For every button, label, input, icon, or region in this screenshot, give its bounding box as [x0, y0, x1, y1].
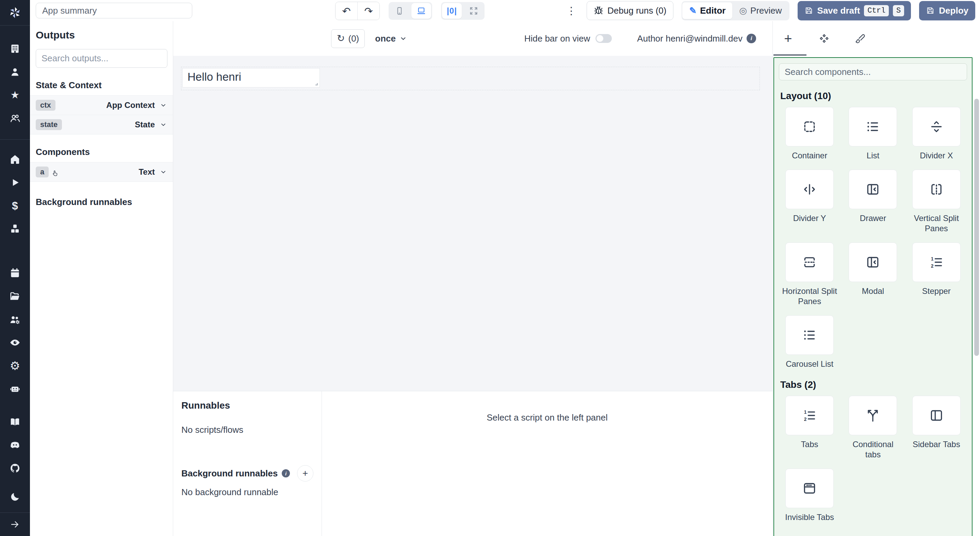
outputs-search-input[interactable]: [36, 49, 167, 68]
divider-x-card[interactable]: [912, 107, 961, 147]
dark-mode-moon-icon[interactable]: [0, 485, 30, 509]
svg-text:1: 1: [804, 410, 807, 415]
variables-dollar-icon[interactable]: $: [0, 194, 30, 217]
runnables-title: Runnables: [181, 400, 313, 411]
undo-button[interactable]: ↶: [336, 2, 357, 20]
output-row-state[interactable]: state State: [30, 115, 173, 134]
stepper-icon: 12: [929, 255, 944, 270]
home-icon[interactable]: [0, 148, 30, 171]
output-row-ctx[interactable]: ctx App Context: [30, 95, 173, 115]
deploy-button[interactable]: Deploy: [919, 1, 975, 21]
component-cell-sidebar-tabs: Sidebar Tabs: [906, 396, 967, 460]
component-label: List: [867, 150, 879, 161]
tab-insert-component[interactable]: +: [780, 21, 797, 56]
workspace-icon[interactable]: [0, 37, 30, 60]
sidebar-tabs-card[interactable]: [912, 396, 961, 435]
more-menu-kebab-icon[interactable]: ⋮: [564, 5, 579, 17]
editor-label: Editor: [700, 5, 725, 16]
components-search-input[interactable]: [779, 63, 967, 80]
schedules-calendar-icon[interactable]: [0, 262, 30, 285]
info-icon[interactable]: i: [282, 469, 290, 477]
component-cell-divider-y: Divider Y: [779, 169, 840, 234]
workers-icon[interactable]: [0, 308, 30, 331]
mobile-view-button[interactable]: [388, 2, 410, 20]
fullwidth-button[interactable]: [463, 2, 485, 20]
center-content-button[interactable]: |0|: [442, 3, 462, 19]
resize-handle-icon[interactable]: [313, 81, 318, 86]
list-icon: [865, 119, 880, 134]
docs-book-icon[interactable]: [0, 410, 30, 434]
carousel-list-icon: [802, 328, 817, 343]
user-icon[interactable]: [0, 60, 30, 83]
tab-editor[interactable]: ✎ Editor: [682, 2, 732, 19]
app-canvas: Hello henri: [173, 56, 772, 391]
tab-preview[interactable]: ◎ Preview: [732, 2, 788, 19]
refresh-icon: ↻: [337, 34, 345, 43]
expand-icon: [469, 6, 479, 16]
list-card[interactable]: [849, 107, 897, 147]
info-icon[interactable]: i: [746, 34, 756, 43]
conditional-tabs-icon: [865, 408, 880, 423]
conditional-tabs-card[interactable]: [849, 396, 897, 435]
users-group-icon[interactable]: [0, 107, 30, 130]
collapse-arrow-icon[interactable]: [0, 513, 30, 536]
hide-bar-toggle[interactable]: [595, 34, 612, 43]
drawer-card[interactable]: [849, 169, 897, 209]
windmill-logo-icon[interactable]: [0, 0, 30, 25]
invisible-tabs-card[interactable]: [785, 469, 834, 508]
discord-icon[interactable]: [0, 434, 30, 457]
tabs-components-grid: 12 Tabs Conditional tabs Sidebar Tabs: [779, 396, 967, 522]
debug-runs-label: Debug runs (0): [608, 5, 666, 16]
preview-target-icon: ◎: [739, 5, 747, 16]
component-label: Drawer: [860, 213, 886, 223]
run-mode-label: once: [375, 34, 396, 44]
stepper-card[interactable]: 12: [912, 242, 961, 282]
save-draft-label: Save draft: [817, 5, 860, 16]
app-summary-input[interactable]: [36, 3, 192, 18]
run-mode-dropdown[interactable]: once: [375, 34, 407, 44]
refresh-button[interactable]: ↻ (0): [331, 29, 365, 48]
github-icon[interactable]: [0, 457, 30, 480]
component-label: Conditional tabs: [844, 439, 902, 460]
carousel-list-card[interactable]: [785, 315, 834, 355]
redo-button[interactable]: ↷: [357, 2, 379, 20]
no-background-label: No background runnable: [181, 487, 313, 498]
component-label: Stepper: [922, 286, 951, 296]
center-align-icon: |0|: [447, 6, 457, 16]
text-component[interactable]: Hello henri: [182, 68, 320, 88]
runnable-detail-area: Select a script on the left panel: [322, 391, 772, 536]
resources-cubes-icon[interactable]: [0, 217, 30, 241]
settings-gear-icon[interactable]: ⚙: [0, 354, 30, 377]
tab-component-settings[interactable]: [816, 21, 833, 56]
vertical-split-card[interactable]: [912, 169, 961, 209]
tabs-card[interactable]: 12: [785, 396, 834, 435]
runs-play-icon[interactable]: [0, 171, 30, 194]
kbd-s: S: [893, 5, 904, 16]
plus-icon: +: [784, 32, 792, 45]
desktop-view-button[interactable]: [411, 3, 431, 19]
divider-y-icon: [802, 182, 817, 197]
save-draft-button[interactable]: Save draft Ctrl S: [798, 1, 911, 21]
favorites-star-icon[interactable]: ★: [0, 83, 30, 107]
component-label: Horizontal Split Panes: [781, 286, 838, 306]
add-background-runnable-button[interactable]: +: [297, 465, 313, 482]
background-runnables-header: Background runnables: [36, 197, 167, 207]
output-row-a[interactable]: a Text: [30, 162, 173, 182]
save-icon: [804, 6, 813, 15]
horizontal-split-card[interactable]: [785, 242, 834, 282]
components-panel-tabs: +: [773, 21, 980, 56]
tab-styling[interactable]: [852, 21, 869, 56]
chevron-down-icon: [399, 34, 407, 43]
no-scripts-label: No scripts/flows: [181, 424, 313, 435]
folders-icon[interactable]: [0, 285, 30, 308]
author-label: Author henri@windmill.dev: [637, 34, 743, 44]
debug-runs-button[interactable]: Debug runs (0): [587, 1, 673, 20]
modal-card[interactable]: [849, 242, 897, 282]
audit-eye-icon[interactable]: [0, 331, 30, 354]
ai-robot-icon[interactable]: [0, 377, 30, 400]
component-cell-list: List: [842, 107, 904, 161]
component-label: Tabs: [801, 439, 818, 450]
panel-scrollbar[interactable]: [974, 99, 979, 356]
divider-y-card[interactable]: [785, 169, 834, 209]
container-card[interactable]: [785, 107, 834, 147]
